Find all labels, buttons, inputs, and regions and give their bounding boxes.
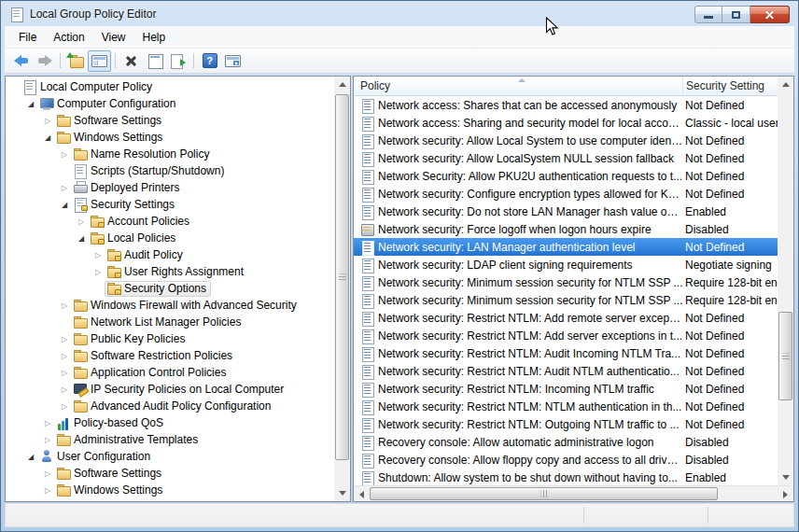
tree-item[interactable]: IP Security Policies on Local Computer: [6, 381, 334, 398]
policy-row[interactable]: Network access: Shares that can be acces…: [354, 96, 778, 114]
expander-collapsed-icon[interactable]: [58, 296, 71, 315]
tree-item[interactable]: Software Restriction Policies: [6, 347, 334, 364]
tree-item[interactable]: Deployed Printers: [6, 179, 334, 196]
tree-item[interactable]: Account Policies: [6, 213, 334, 230]
policy-row[interactable]: Network security: Restrict NTLM: Audit I…: [354, 344, 778, 362]
tree-item[interactable]: Administrative Templates: [6, 498, 334, 501]
tree-item[interactable]: Public Key Policies: [6, 330, 334, 347]
tree-item[interactable]: Scripts (Startup/Shutdown): [6, 162, 334, 179]
tree-item[interactable]: Software Settings: [6, 465, 334, 482]
policy-row[interactable]: Network access: Sharing and security mod…: [354, 114, 778, 132]
tree-item[interactable]: User Rights Assignment: [6, 263, 334, 280]
maximize-button[interactable]: [722, 6, 750, 23]
policy-row[interactable]: Network security: Restrict NTLM: Add rem…: [354, 309, 778, 327]
expander-collapsed-icon[interactable]: [41, 464, 54, 483]
tree-item[interactable]: Advanced Audit Policy Configuration: [6, 398, 334, 414]
scrollbar-thumb[interactable]: [778, 312, 792, 400]
expander-expanded-icon[interactable]: [41, 128, 54, 147]
policy-row[interactable]: Network security: Restrict NTLM: Add ser…: [354, 327, 778, 344]
app-icon[interactable]: [9, 7, 24, 21]
expander-collapsed-icon[interactable]: [58, 346, 71, 365]
expander-collapsed-icon[interactable]: [41, 111, 54, 130]
tree-item[interactable]: Windows Settings: [6, 129, 334, 146]
policy-row[interactable]: Network security: Restrict NTLM: Outgoin…: [354, 415, 778, 433]
expander-collapsed-icon[interactable]: [41, 497, 54, 501]
policy-row[interactable]: Network security: Minimum session securi…: [354, 291, 778, 309]
tree-item[interactable]: Software Settings: [6, 112, 334, 129]
policy-row[interactable]: Network security: Allow LocalSystem NULL…: [354, 149, 778, 167]
policy-row[interactable]: Network security: Force logoff when logo…: [354, 220, 778, 238]
expander-collapsed-icon[interactable]: [91, 245, 105, 264]
policy-row[interactable]: Network security: Configure encryption t…: [354, 185, 778, 203]
expander-expanded-icon[interactable]: [24, 94, 37, 113]
scrollbar-thumb[interactable]: [335, 94, 349, 460]
policy-row[interactable]: Network security: Restrict NTLM: Audit N…: [354, 362, 778, 380]
policy-row[interactable]: Recovery console: Allow automatic admini…: [354, 433, 778, 451]
policy-row[interactable]: Network security: Minimum session securi…: [354, 273, 778, 291]
expander-collapsed-icon[interactable]: [58, 363, 71, 382]
tree-item[interactable]: Windows Settings: [6, 482, 334, 498]
policy-row[interactable]: Network security: LAN Manager authentica…: [354, 238, 778, 256]
scroll-up-button[interactable]: [778, 77, 793, 92]
tree-item[interactable]: Windows Firewall with Advanced Security: [6, 297, 334, 314]
policy-row[interactable]: Recovery console: Allow floppy copy and …: [354, 451, 778, 469]
policy-row[interactable]: Network security: Allow Local System to …: [354, 132, 778, 149]
expander-collapsed-icon[interactable]: [91, 262, 105, 281]
tree-item[interactable]: Network List Manager Policies: [6, 314, 334, 330]
menu-help[interactable]: Help: [134, 27, 175, 48]
menu-view[interactable]: View: [93, 27, 134, 48]
scroll-up-button[interactable]: [334, 77, 350, 92]
expander-collapsed-icon[interactable]: [41, 481, 54, 499]
tree-item[interactable]: Computer Configuration: [6, 95, 334, 112]
menu-file[interactable]: File: [10, 27, 45, 48]
export-list-button[interactable]: [166, 50, 189, 72]
back-button[interactable]: [9, 50, 33, 72]
tree-item[interactable]: Name Resolution Policy: [6, 146, 334, 162]
tree-item[interactable]: Policy-based QoS: [6, 414, 334, 431]
expander-collapsed-icon[interactable]: [58, 178, 71, 197]
policy-row[interactable]: Network Security: Allow PKU2U authentica…: [354, 167, 778, 185]
tree-item[interactable]: Security Options: [6, 280, 334, 297]
forward-button[interactable]: [33, 50, 56, 72]
expander-collapsed-icon[interactable]: [58, 329, 71, 348]
scroll-right-button[interactable]: [778, 486, 793, 502]
tree-item[interactable]: Administrative Templates: [6, 431, 334, 448]
policy-row[interactable]: Network security: LDAP client signing re…: [354, 256, 778, 273]
scroll-down-button[interactable]: [778, 469, 793, 485]
tree-item[interactable]: Local Policies: [6, 230, 334, 246]
expander-collapsed-icon[interactable]: [58, 397, 71, 415]
tree-item[interactable]: Application Control Policies: [6, 364, 334, 381]
help-button[interactable]: [198, 50, 221, 72]
expander-collapsed-icon[interactable]: [41, 430, 54, 449]
expander-expanded-icon[interactable]: [75, 229, 88, 247]
menu-action[interactable]: Action: [45, 27, 92, 48]
column-header-policy[interactable]: Policy: [354, 77, 683, 96]
scrollbar-thumb[interactable]: [370, 487, 718, 500]
show-console-tree-button[interactable]: [88, 50, 111, 72]
expander-collapsed-icon[interactable]: [58, 380, 71, 399]
tree-item[interactable]: User Configuration: [6, 448, 334, 465]
delete-button[interactable]: [119, 50, 143, 72]
properties-button[interactable]: [143, 50, 166, 72]
up-one-level-button[interactable]: [64, 50, 88, 72]
policy-row[interactable]: Shutdown: Allow system to be shut down w…: [354, 469, 778, 485]
expander-collapsed-icon[interactable]: [41, 413, 54, 432]
scroll-left-button[interactable]: [354, 486, 370, 502]
minimize-button[interactable]: [694, 6, 722, 23]
scrollbar-track[interactable]: [370, 486, 778, 501]
expander-collapsed-icon[interactable]: [58, 145, 71, 163]
close-button[interactable]: [750, 6, 790, 23]
expander-expanded-icon[interactable]: [58, 195, 71, 214]
tree-item[interactable]: Security Settings: [6, 196, 334, 213]
expander-expanded-icon[interactable]: [24, 447, 37, 466]
tree-item[interactable]: Audit Policy: [6, 246, 334, 263]
scrollbar-track[interactable]: [334, 92, 350, 485]
policy-row[interactable]: Network security: Restrict NTLM: NTLM au…: [354, 398, 778, 415]
column-header-security-setting[interactable]: Security Setting: [683, 77, 778, 96]
scroll-down-button[interactable]: [334, 485, 350, 501]
expander-collapsed-icon[interactable]: [75, 212, 88, 231]
policy-row[interactable]: Network security: Restrict NTLM: Incomin…: [354, 380, 778, 398]
tree-item[interactable]: Local Computer Policy: [6, 78, 334, 95]
policy-row[interactable]: Network security: Do not store LAN Manag…: [354, 203, 778, 220]
scrollbar-track[interactable]: [778, 92, 793, 469]
